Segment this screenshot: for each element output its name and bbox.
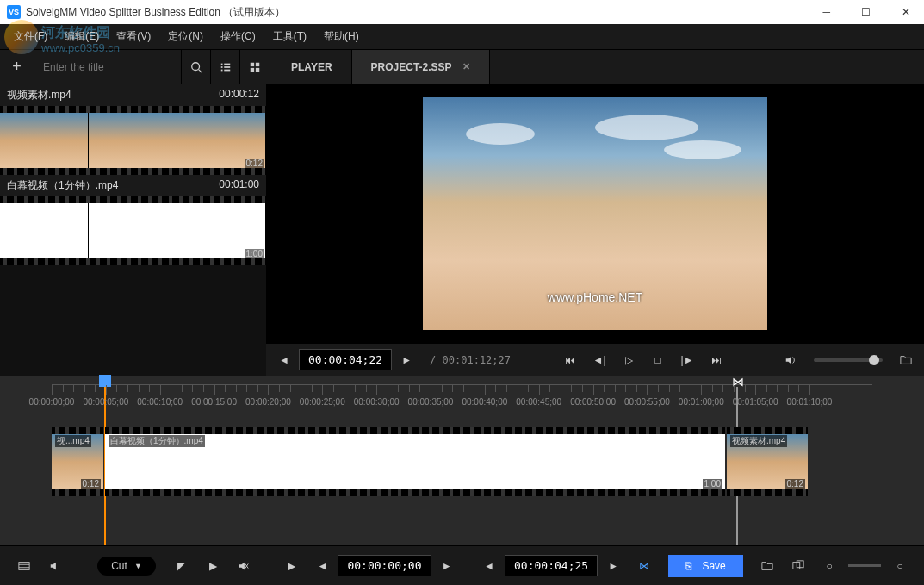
window-title: SolveigMM Video Splitter Business Editio…	[26, 5, 285, 20]
tick	[214, 385, 215, 395]
volume-button[interactable]	[776, 347, 805, 373]
output-folder-button[interactable]	[753, 553, 781, 579]
minimize-button[interactable]: ─	[815, 4, 837, 20]
menu-view[interactable]: 查看(V)	[108, 26, 159, 47]
video-area[interactable]: www.pHome.NET	[266, 84, 924, 343]
tick	[322, 385, 323, 395]
menu-tools[interactable]: 工具(T)	[264, 26, 315, 47]
tick-label: 00:00:40;00	[462, 397, 507, 407]
grid-view-button[interactable]	[239, 50, 269, 84]
search-input[interactable]	[34, 50, 181, 84]
tick-label: 00:01:00;00	[679, 397, 724, 407]
tick-label: 00:00:45;00	[516, 397, 561, 407]
tick	[485, 385, 486, 395]
tick	[52, 385, 53, 395]
tick-label: 00:00:50;00	[570, 397, 616, 407]
timeline-clip[interactable]: 视频素材.mp40:12	[727, 427, 808, 496]
svg-line-1	[198, 69, 202, 72]
zoom-slider[interactable]	[848, 564, 881, 567]
toolbar: + PLAYER PROJECT-2.SSP✕	[0, 50, 924, 84]
clip-item[interactable]: 视频素材.mp400:00:12 0:12	[0, 84, 266, 175]
time-out[interactable]: 00:00:04;25	[505, 555, 598, 576]
folder-icon	[900, 354, 912, 366]
marker-in-button[interactable]: ◤	[168, 553, 195, 579]
prev-button[interactable]: ◄	[308, 553, 336, 579]
tick	[809, 385, 810, 395]
menu-help[interactable]: 帮助(H)	[315, 26, 368, 47]
audio-button[interactable]	[41, 553, 69, 579]
add-button[interactable]: +	[0, 50, 34, 84]
timeline-clip[interactable]: 视...mp40:12	[52, 427, 103, 496]
menu-edit[interactable]: 编辑(E)	[56, 26, 108, 47]
tick	[755, 385, 756, 395]
maximize-button[interactable]: ☐	[854, 4, 877, 20]
stop-button[interactable]: □	[643, 347, 673, 373]
volume-slider[interactable]	[814, 358, 883, 362]
jump-marker-button[interactable]: ⋈	[630, 553, 658, 579]
speaker-icon	[784, 354, 797, 366]
tab-close-icon[interactable]: ✕	[462, 61, 470, 72]
next2-button[interactable]: ►	[599, 553, 627, 579]
tick	[160, 385, 161, 395]
svg-rect-3	[224, 63, 230, 65]
next-frame-button[interactable]: ►	[392, 347, 421, 373]
search-button[interactable]	[181, 50, 210, 84]
list-view-button[interactable]	[210, 50, 239, 84]
folder-icon	[761, 560, 773, 572]
step-back-button[interactable]: ◄|	[585, 347, 614, 373]
clip-name: 视频素材.mp4	[7, 88, 71, 103]
current-time[interactable]: 00:00:04;22	[299, 349, 392, 370]
svg-rect-12	[19, 562, 29, 569]
menu-action[interactable]: 操作(C)	[212, 26, 264, 47]
mute-button[interactable]	[230, 553, 257, 579]
search-icon	[190, 61, 202, 73]
tab-player[interactable]: PLAYER	[272, 50, 352, 84]
timeline-tracks[interactable]: 视...mp40:12白幕视频（1分钟）.mp41:00视频素材.mp40:12	[52, 427, 872, 505]
tick-label: 00:00:35;00	[408, 397, 454, 407]
clip-item[interactable]: 白幕视频（1分钟）.mp400:01:00 1:00	[0, 175, 266, 265]
tick	[376, 385, 377, 395]
tick-label: 00:00:25;00	[300, 397, 345, 407]
layout-button[interactable]	[784, 553, 812, 579]
prev2-button[interactable]: ◄	[475, 553, 503, 579]
zoom-out-button[interactable]: ○	[815, 553, 843, 579]
prev-frame-button[interactable]: ◄	[270, 347, 299, 373]
menu-navigate[interactable]: 定位(N)	[159, 26, 212, 47]
time-in[interactable]: 00:00:00;00	[338, 555, 431, 576]
timeline-clip[interactable]: 白幕视频（1分钟）.mp41:00	[105, 427, 725, 496]
clip-thumbnail: 0:12	[0, 106, 266, 175]
timeline: ⋈ 00:00:00;0000:00:05;0000:00:10;0000:00…	[0, 376, 924, 522]
step-forward-button[interactable]: |►	[673, 347, 702, 373]
timeline-ruler[interactable]: ⋈ 00:00:00;0000:00:05;0000:00:10;0000:00…	[52, 384, 872, 419]
svg-rect-7	[224, 69, 230, 71]
next-button[interactable]: ►	[433, 553, 461, 579]
tick	[431, 385, 431, 395]
zoom-in-button[interactable]: ○	[886, 553, 914, 579]
svg-point-0	[191, 62, 199, 70]
tick-label: 00:00:55;00	[624, 397, 670, 407]
tick-label: 00:00:30;00	[354, 397, 400, 407]
folder-button[interactable]	[891, 347, 921, 373]
list-icon	[220, 61, 232, 73]
marker-out-button[interactable]: ▶	[199, 553, 226, 579]
timeline-view-button[interactable]	[10, 553, 38, 579]
media-sidebar: 视频素材.mp400:00:12 0:12 白幕视频（1分钟）.mp400:01…	[0, 84, 266, 376]
menubar: 河东软件园 www.pc0359.cn 文件(F) 编辑(E) 查看(V) 定位…	[0, 24, 924, 50]
tab-project[interactable]: PROJECT-2.SSP✕	[352, 50, 490, 84]
save-button[interactable]: ⎘Save	[668, 555, 742, 577]
cut-mode-button[interactable]: Cut▼	[97, 557, 156, 576]
grid-icon	[249, 61, 261, 73]
chevron-down-icon: ▼	[134, 562, 142, 570]
tick-label: 00:01:10;00	[787, 397, 833, 407]
close-button[interactable]: ✕	[895, 4, 917, 20]
tick-label: 00:00:05;00	[83, 397, 128, 407]
skip-end-button[interactable]: ⏭	[702, 347, 731, 373]
bottombar: Cut▼ ◤ ▶ ▶ ◄ 00:00:00;00 ► ◄ 00:00:04;25…	[0, 545, 924, 585]
skip-start-button[interactable]: ⏮	[555, 347, 585, 373]
video-watermark: www.pHome.NET	[548, 290, 642, 304]
tick	[647, 385, 648, 395]
play-button[interactable]: ▷	[614, 347, 643, 373]
play-selection-button[interactable]: ▶	[277, 553, 305, 579]
tick-label: 00:00:10;00	[137, 397, 183, 407]
menu-file[interactable]: 文件(F)	[5, 26, 56, 47]
